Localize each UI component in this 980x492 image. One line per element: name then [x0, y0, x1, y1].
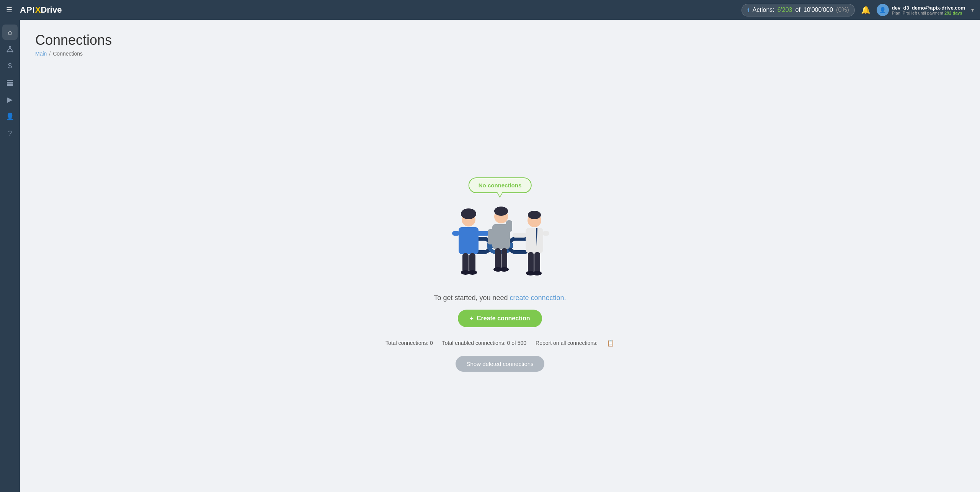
actions-label: Actions: [753, 7, 774, 13]
user-info: dev_d3_demo@apix-drive.com Plan |Pro| le… [892, 5, 965, 15]
svg-rect-27 [506, 220, 512, 232]
report-label: Report on all connections: [536, 340, 598, 346]
svg-point-1 [7, 51, 9, 52]
svg-rect-39 [534, 252, 540, 273]
main-layout: ⌂ $ ▶ 👤 ? Connections Main [0, 20, 980, 492]
svg-rect-38 [528, 252, 534, 273]
top-navigation: ☰ API X Drive ℹ Actions: 6'203 of 10'000… [0, 0, 980, 20]
bell-icon[interactable]: 🔔 [861, 5, 871, 15]
menu-icon[interactable]: ☰ [6, 6, 12, 14]
create-connection-button[interactable]: + Create connection [458, 310, 542, 327]
user-email: dev_d3_demo@apix-drive.com [892, 5, 965, 11]
cloud-bubble: No connections [469, 177, 532, 193]
svg-point-31 [500, 267, 509, 272]
svg-rect-18 [452, 231, 460, 236]
report-icon[interactable]: 📋 [607, 339, 614, 347]
svg-line-4 [10, 48, 12, 51]
svg-rect-7 [7, 82, 13, 84]
total-connections: Total connections: 0 [385, 340, 433, 346]
logo-x: X [35, 5, 41, 15]
show-deleted-button[interactable]: Show deleted connections [456, 356, 544, 372]
sidebar-item-data[interactable] [2, 75, 18, 90]
chevron-down-icon[interactable]: ▾ [971, 7, 974, 13]
svg-rect-20 [469, 253, 475, 272]
create-btn-icon: + [470, 315, 474, 322]
svg-rect-37 [542, 231, 549, 236]
actions-badge: ℹ Actions: 6'203 of 10'000'000 (0%) [742, 4, 855, 16]
total-enabled: Total enabled connections: 0 of 500 [442, 340, 526, 346]
logo: API X Drive [20, 5, 62, 15]
svg-rect-17 [476, 231, 490, 236]
illustration-svg [431, 197, 569, 285]
svg-rect-26 [488, 229, 494, 244]
breadcrumb-separator: / [49, 51, 51, 57]
actions-pct: (0%) [836, 7, 849, 13]
svg-point-15 [461, 208, 476, 219]
center-content: No connections [35, 69, 965, 480]
logo-api: API [20, 5, 35, 15]
sidebar-item-home[interactable]: ⌂ [2, 25, 18, 40]
sidebar-item-connections[interactable] [2, 41, 18, 57]
main-content: Connections Main / Connections No connec… [20, 20, 980, 492]
svg-rect-8 [7, 84, 13, 86]
user-section[interactable]: 👤 dev_d3_demo@apix-drive.com Plan |Pro| … [877, 4, 965, 16]
get-started-text: To get started, you need create connecti… [434, 294, 566, 302]
svg-rect-28 [495, 248, 501, 269]
svg-rect-34 [526, 228, 543, 253]
user-plan: Plan |Pro| left until payment 292 days [892, 11, 965, 15]
breadcrumb-current: Connections [53, 51, 83, 57]
breadcrumb: Main / Connections [35, 51, 965, 57]
logo-drive: Drive [41, 5, 62, 15]
breadcrumb-main[interactable]: Main [35, 51, 47, 57]
page-title: Connections [35, 32, 965, 48]
svg-point-0 [9, 46, 11, 48]
sidebar-item-profile[interactable]: 👤 [2, 109, 18, 124]
svg-line-3 [8, 48, 10, 51]
svg-rect-6 [7, 80, 13, 81]
svg-rect-19 [462, 253, 469, 272]
info-icon: ℹ [747, 7, 750, 14]
sidebar: ⌂ $ ▶ 👤 ? [0, 20, 20, 492]
svg-rect-36 [513, 233, 526, 238]
svg-point-41 [532, 271, 542, 276]
create-btn-label: Create connection [477, 315, 530, 322]
svg-rect-16 [459, 227, 479, 254]
actions-total: 10'000'000 [804, 7, 833, 13]
sidebar-item-video[interactable]: ▶ [2, 92, 18, 107]
svg-rect-29 [501, 248, 507, 269]
stats-row: Total connections: 0 Total enabled conne… [385, 339, 614, 347]
actions-of: of [795, 7, 800, 13]
avatar: 👤 [877, 4, 889, 16]
sidebar-item-billing[interactable]: $ [2, 58, 18, 74]
illustration: No connections [427, 177, 573, 285]
svg-point-33 [528, 211, 541, 219]
svg-point-2 [11, 51, 13, 52]
create-connection-link[interactable]: create connection. [510, 294, 566, 302]
sidebar-item-help[interactable]: ? [2, 126, 18, 141]
actions-current: 6'203 [777, 7, 792, 13]
svg-point-22 [468, 270, 477, 275]
svg-point-24 [494, 207, 508, 216]
